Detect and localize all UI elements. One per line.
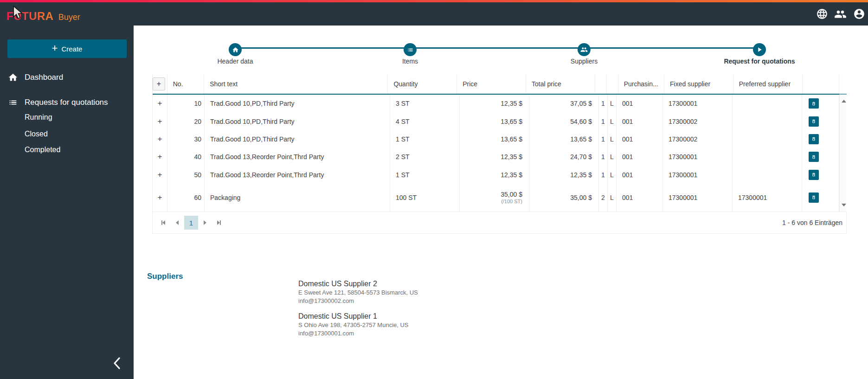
cell-value: Trad.Good 10,PD,Third Party [210,118,295,125]
cell-value: L [610,135,614,143]
pager-first-button[interactable] [156,216,170,230]
column-header-text[interactable]: Short text [204,74,388,94]
cell-price: 12,35 $ [460,166,529,184]
grid-pager: 1 1 - 6 von 6 Einträgen [152,212,847,234]
step-circle-2[interactable] [404,43,417,56]
column-header-c1[interactable] [595,74,607,94]
account-icon[interactable] [853,8,865,20]
sidebar-collapse-button[interactable] [109,354,124,373]
sidebar-item-dashboard[interactable]: Dashboard [0,68,134,87]
cell-pref: 17300001 [733,184,802,212]
cell-value: 2 ST [396,153,410,161]
cell-purch: 001 [617,130,663,148]
table-row: +30Trad.Good 10,PD,Third Party1 ST13,65 … [153,130,839,148]
sidebar-subitem-closed[interactable]: Closed [0,126,134,142]
expand-row-button[interactable]: + [158,117,162,126]
expand-row-button[interactable]: + [158,170,162,180]
sidebar-subitem-running[interactable]: Running [0,109,134,126]
expand-all-button[interactable]: + [153,77,165,90]
column-header-qty[interactable]: Quantity [388,74,457,94]
cell-c2: L [608,166,617,184]
column-header-no[interactable]: No. [167,74,204,94]
trash-icon [811,135,816,142]
column-header-total[interactable]: Total price [526,74,595,94]
expand-row-button[interactable]: + [158,193,162,202]
delete-row-button[interactable] [809,116,819,127]
create-button-label: Create [61,45,82,53]
cell-value: L [610,171,614,179]
cell-c1: 1 [599,148,608,166]
sidebar-subitem-completed[interactable]: Completed [0,141,134,158]
cell-value: Trad.Good 10,PD,Third Party [210,135,295,143]
table-row: +40Trad.Good 13,Reorder Point,Thrd Party… [153,148,839,166]
column-header-label: Price [463,80,477,88]
pager-last-button[interactable] [212,216,226,230]
column-header-exp[interactable]: + [153,74,167,94]
cell-value: 1 [601,100,605,107]
cell-value: 001 [622,135,633,143]
cell-total: 13,65 $ [529,130,599,148]
grid-main: +No.Short textQuantityPriceTotal pricePu… [152,74,839,212]
cell-total: 12,35 $ [529,166,599,184]
cell-actions [802,95,839,112]
cell-pref [733,148,802,166]
create-button[interactable]: + Create [7,39,127,58]
delete-row-button[interactable] [809,134,819,144]
groups-icon[interactable] [834,8,847,20]
delete-row-button[interactable] [809,152,819,162]
supplier-address: S Ohio Ave 198, 47305-2757 Muncie, US [298,321,409,329]
column-header-fixed[interactable]: Fixed supplier [664,74,733,94]
pager-nav: 1 [156,216,226,230]
cell-pref [733,95,802,112]
cell-value: 17300001 [738,194,767,201]
cell-actions [802,166,839,184]
scroll-down-icon[interactable] [842,204,846,206]
step-circle-4[interactable] [753,43,766,56]
grid-vertical-scrollbar[interactable] [839,95,847,212]
delete-row-button[interactable] [809,170,819,180]
cell-text: Trad.Good 13,Reorder Point,Thrd Party [205,148,390,166]
delete-row-button[interactable] [809,193,819,203]
supplier-card: Domestic US Supplier 2 E Sweet Ave 121, … [298,279,418,305]
cell-value: 50 [194,171,201,179]
step-circle-1[interactable] [229,43,242,56]
cell-value: 100 ST [396,194,417,201]
column-header-purch[interactable]: Purchasin... [618,74,664,94]
cell-total: 37,05 $ [529,95,599,112]
sidebar-subitem-label: Closed [25,130,48,138]
column-header-pref[interactable]: Preferred supplier [733,74,803,94]
cell-value: 10 [194,100,201,107]
column-header-price[interactable]: Price [457,74,526,94]
expand-row-button[interactable]: + [158,99,162,108]
cell-fixed: 17300001 [663,148,733,166]
price-unit: (/100 ST) [501,198,522,205]
cell-value: 12,35 $ [570,171,592,179]
step-label: Items [402,58,418,65]
cell-c2: L [608,112,617,130]
cell-qty: 1 ST [390,130,460,148]
cell-price: 12,35 $ [460,148,529,166]
cell-c2: L [608,130,617,148]
pager-next-button[interactable] [198,216,212,230]
cell-qty: 4 ST [390,112,460,130]
cell-value: L [610,194,614,201]
cell-purch: 001 [617,184,663,212]
cell-fixed: 17300002 [663,130,733,148]
delete-row-button[interactable] [809,98,819,109]
pager-page-1[interactable]: 1 [184,216,198,230]
step-circle-3[interactable] [578,43,591,56]
column-header-label: Short text [210,80,238,88]
scroll-up-icon[interactable] [842,100,846,103]
cell-purch: 001 [617,166,663,184]
expand-row-button[interactable]: + [158,135,162,144]
expand-row-button[interactable]: + [158,152,162,161]
pager-prev-button[interactable] [170,216,184,230]
cell-text: Trad.Good 10,PD,Third Party [205,112,390,130]
cell-value: 20 [194,118,201,125]
language-globe-icon[interactable] [816,8,828,20]
cell-exp: + [153,112,167,130]
column-header-c2[interactable] [607,74,618,94]
cell-price: 35,00 $(/100 ST) [460,184,529,212]
cell-pref [733,130,802,148]
cell-no: 20 [167,112,205,130]
